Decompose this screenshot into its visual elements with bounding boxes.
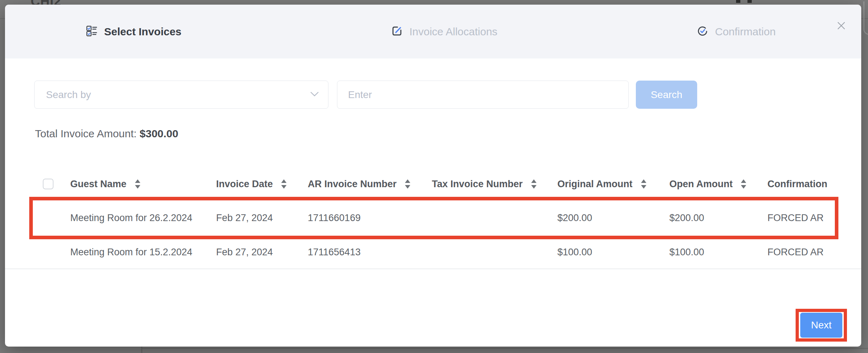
step-confirmation[interactable]: Confirmation bbox=[697, 5, 776, 58]
cell-ar-invoice-number: 1711660169 bbox=[308, 200, 361, 236]
cell-invoice-date: Feb 27, 2024 bbox=[216, 236, 273, 268]
background-card-corner bbox=[863, 1, 868, 35]
column-label: Open Amount bbox=[669, 179, 732, 190]
sort-icon[interactable] bbox=[531, 179, 537, 189]
step-invoice-allocations[interactable]: Invoice Allocations bbox=[392, 5, 497, 58]
sort-icon[interactable] bbox=[640, 179, 647, 189]
search-by-select[interactable]: Search by bbox=[34, 81, 328, 109]
table-row[interactable]: Meeting Room for 26.2.2024 Feb 27, 2024 … bbox=[5, 200, 861, 236]
step-label: Invoice Allocations bbox=[409, 26, 497, 38]
chevron-down-icon bbox=[310, 92, 319, 98]
column-label: Confirmation Number bbox=[767, 179, 829, 190]
cell-original-amount: $200.00 bbox=[557, 200, 592, 236]
column-label: AR Invoice Number bbox=[308, 179, 397, 190]
edit-square-icon bbox=[392, 26, 402, 38]
close-icon[interactable] bbox=[836, 20, 847, 31]
column-header-ar-invoice-number[interactable]: AR Invoice Number bbox=[308, 173, 411, 195]
column-header-guest-name[interactable]: Guest Name bbox=[70, 173, 141, 195]
next-button-highlight-border: Next bbox=[796, 309, 847, 342]
column-header-tax-invoice-number[interactable]: Tax Invoice Number bbox=[432, 173, 537, 195]
search-by-placeholder: Search by bbox=[46, 89, 91, 101]
sort-icon[interactable] bbox=[134, 179, 141, 189]
table-row[interactable]: Meeting Room for 15.2.2024 Feb 27, 2024 … bbox=[5, 236, 861, 269]
cell-invoice-date: Feb 27, 2024 bbox=[216, 200, 273, 236]
search-button[interactable]: Search bbox=[636, 81, 697, 109]
check-circle-icon bbox=[697, 26, 708, 38]
column-header-original-amount[interactable]: Original Amount bbox=[557, 173, 647, 195]
column-header-open-amount[interactable]: Open Amount bbox=[669, 173, 747, 195]
column-label: Invoice Date bbox=[216, 179, 273, 190]
cell-original-amount: $100.00 bbox=[557, 236, 592, 268]
cell-guest-name: Meeting Room for 15.2.2024 bbox=[70, 236, 192, 268]
cell-ar-invoice-number: 1711656413 bbox=[308, 236, 361, 268]
table-header-row: Guest Name Invoice Date AR Invoice Numbe… bbox=[5, 173, 861, 195]
total-invoice-amount-value: $300.00 bbox=[140, 128, 178, 139]
background-divider bbox=[141, 346, 142, 353]
select-invoices-modal: Select Invoices Invoice Allocations Conf… bbox=[5, 5, 861, 347]
sort-icon[interactable] bbox=[281, 179, 287, 189]
column-header-confirmation-number[interactable]: Confirmation Number bbox=[767, 173, 829, 195]
wizard-stepper-header: Select Invoices Invoice Allocations Conf… bbox=[5, 5, 861, 58]
column-header-invoice-date[interactable]: Invoice Date bbox=[216, 173, 287, 195]
background-artifact bbox=[736, 0, 740, 3]
cell-open-amount: $200.00 bbox=[669, 200, 704, 236]
background-divider bbox=[142, 348, 868, 349]
step-select-invoices[interactable]: Select Invoices bbox=[86, 5, 182, 58]
step-label: Confirmation bbox=[715, 26, 776, 38]
column-label: Guest Name bbox=[70, 179, 127, 190]
total-invoice-amount: Total Invoice Amount: $300.00 bbox=[35, 128, 178, 140]
total-invoice-amount-label: Total Invoice Amount: bbox=[35, 128, 137, 139]
cell-open-amount: $100.00 bbox=[669, 236, 704, 268]
cell-confirmation-number: FORCED AR bbox=[767, 236, 829, 268]
next-button[interactable]: Next bbox=[800, 313, 842, 338]
sort-icon[interactable] bbox=[404, 179, 411, 189]
column-label: Original Amount bbox=[557, 179, 633, 190]
cell-confirmation-number: FORCED AR bbox=[767, 200, 829, 236]
sort-icon[interactable] bbox=[740, 179, 747, 189]
cell-guest-name: Meeting Room for 26.2.2024 bbox=[70, 200, 192, 236]
search-keyword-input[interactable] bbox=[337, 81, 629, 109]
checklist-icon bbox=[86, 26, 97, 38]
column-label: Tax Invoice Number bbox=[432, 179, 523, 190]
step-label: Select Invoices bbox=[104, 26, 182, 38]
background-artifact bbox=[747, 0, 752, 3]
